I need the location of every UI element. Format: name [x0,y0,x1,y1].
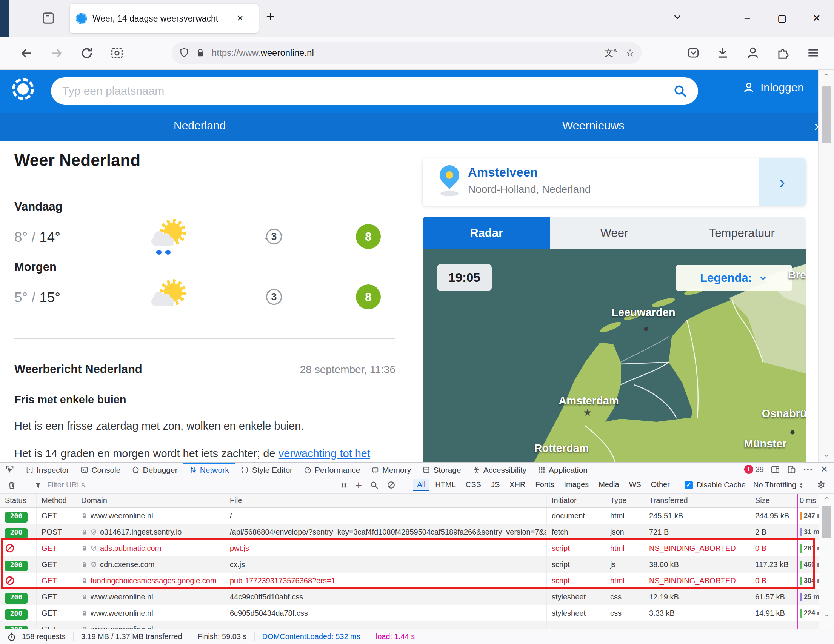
window-close-button[interactable]: ✕ [799,13,834,24]
column-header-method[interactable]: Method [37,494,76,507]
add-request-plus-icon[interactable]: + [356,479,362,492]
location-card[interactable]: Amstelveen Noord-Holland, Nederland › [423,158,806,206]
url-bar[interactable]: https://www.weeronline.nl 文A ☆ [172,42,642,64]
browser-tab[interactable]: Weer, 14 daagse weersverwacht ✕ [70,4,259,33]
type-filter-xhr[interactable]: XHR [505,479,529,491]
devtools-tab-inspector[interactable]: Inspector [20,463,75,476]
column-header-domain[interactable]: Domain [76,494,225,507]
weeronline-logo-sun-icon[interactable] [12,78,34,100]
nav-item-nederland[interactable]: Nederland [174,119,226,132]
column-header-status[interactable]: Status [0,494,37,507]
scroll-down-arrow-icon[interactable]: ⌄ [819,609,834,619]
pocket-icon[interactable] [686,46,701,61]
scroll-up-arrow-icon[interactable]: ⌃ [818,72,834,82]
column-header-file[interactable]: File [225,494,547,507]
filter-urls-input[interactable] [47,480,139,490]
type-filter-ws[interactable]: WS [625,479,645,491]
column-header-transferred[interactable]: Transferred [644,494,750,507]
column-header-0-ms[interactable]: 0 ms [797,494,819,507]
devtools-scrollbar[interactable]: ⌃ ⌄ [819,494,834,628]
page-scrollbar[interactable]: ⌃ ⌄ [818,70,834,462]
network-request-row[interactable]: 200GETwww.weeronline.nl/documenthtml245.… [0,508,819,524]
responsive-design-icon[interactable] [787,465,796,474]
network-request-row[interactable]: 200POSTo314617.ingest.sentry.io/api/5686… [0,524,819,540]
menu-hamburger-icon[interactable] [806,46,821,61]
login-button[interactable]: Inloggen [742,81,804,94]
type-filter-js[interactable]: JS [487,479,504,491]
devtools-tab-accessibility[interactable]: Accessibility [467,463,532,476]
screenshot-extension-icon[interactable] [110,46,124,61]
nav-item-weernieuws[interactable]: Weernieuws [562,119,625,132]
page-scrollbar-thumb[interactable] [821,86,831,143]
column-header-initiator[interactable]: Initiator [547,494,605,507]
radar-map[interactable]: 19:05 Legenda: LeeuwardenAmsterdam★Rotte… [423,249,806,462]
search-icon[interactable] [672,83,688,98]
place-search-input[interactable] [61,84,672,98]
map-tab-temperatuur[interactable]: Temperatuur [678,217,806,249]
devtools-tab-network[interactable]: Network [183,463,235,476]
translate-icon[interactable]: 文A [604,47,617,59]
devtools-close-icon[interactable]: ✕ [820,464,828,475]
location-card-chevron[interactable]: › [758,158,806,206]
error-count-badge[interactable]: !39 [744,465,764,474]
tomorrow-forecast-row[interactable]: 5° / 15° 3 8 [15,279,396,321]
network-table-header[interactable]: StatusMethodDomainFileInitiatorTypeTrans… [0,494,819,508]
reload-button[interactable] [79,46,94,61]
devtools-tab-style-editor[interactable]: Style Editor [235,463,298,476]
network-request-row[interactable]: 200GETwww.weeronline.nl [0,621,819,628]
network-request-row[interactable]: 200GETwww.weeronline.nl6c905d50434da78f.… [0,605,819,621]
type-filter-html[interactable]: HTML [431,479,460,491]
window-minimize-button[interactable]: – [730,13,764,24]
map-tab-weer[interactable]: Weer [550,217,678,249]
forward-button[interactable] [49,46,64,61]
type-filter-all[interactable]: All [413,479,430,491]
lock-icon[interactable] [195,48,206,58]
map-tab-radar[interactable]: Radar [423,217,550,249]
block-requests-icon[interactable] [386,480,396,490]
scroll-up-arrow-icon[interactable]: ⌃ [819,496,834,505]
network-request-row[interactable]: GETads.pubmatic.compwt.jsscripthtmlNS_BI… [0,540,819,557]
split-console-icon[interactable] [771,465,780,474]
place-search[interactable] [51,77,698,105]
search-requests-icon[interactable] [369,480,379,490]
type-filter-css[interactable]: CSS [462,479,485,491]
devtools-scrollbar-thumb[interactable] [822,506,831,538]
column-header-size[interactable]: Size [750,494,797,507]
network-request-row[interactable]: 200GETcdn.cxense.comcx.jsscriptjs38.60 k… [0,557,819,573]
legend-dropdown[interactable]: Legenda: [676,265,792,291]
shield-icon[interactable] [178,47,190,58]
scroll-down-arrow-icon[interactable]: ⌄ [818,449,834,459]
today-forecast-row[interactable]: 8° / 14° 3 8 [15,219,396,260]
devtools-tab-storage[interactable]: Storage [417,463,467,476]
clear-requests-trash-icon[interactable] [7,480,16,490]
network-request-row[interactable]: 200GETwww.weeronline.nl44c99c0ff5d10abf.… [0,589,819,605]
list-tabs-chevron-icon[interactable] [672,11,683,23]
node-picker-icon[interactable] [0,463,19,476]
type-filter-images[interactable]: Images [560,479,593,491]
type-filter-other[interactable]: Other [647,479,674,491]
devtools-tab-memory[interactable]: Memory [366,463,417,476]
type-filter-media[interactable]: Media [594,479,623,491]
tab-close-icon[interactable]: ✕ [237,14,243,23]
window-maximize-button[interactable]: ▢ [764,13,799,24]
devtools-tab-debugger[interactable]: Debugger [126,463,183,476]
firefox-view-icon[interactable] [41,11,56,26]
stopwatch-icon[interactable] [7,632,16,642]
account-icon[interactable] [746,46,761,61]
new-tab-button[interactable]: + [266,8,275,25]
network-request-row[interactable]: GETfundingchoicesmessages.google.compub-… [0,573,819,589]
devtools-tab-performance[interactable]: Performance [298,463,366,476]
back-button[interactable] [19,46,34,61]
network-settings-gear-icon[interactable] [816,480,826,491]
throttling-dropdown[interactable]: No Throttling ▲▼ [753,481,803,489]
meatball-menu-icon[interactable]: ⋯ [803,464,814,475]
devtools-tab-application[interactable]: Application [532,463,593,476]
bookmark-star-icon[interactable]: ☆ [626,47,635,59]
type-filter-fonts[interactable]: Fonts [531,479,559,491]
downloads-icon[interactable] [716,46,731,61]
pause-icon[interactable] [339,481,348,489]
extensions-puzzle-icon[interactable] [776,46,791,61]
devtools-tab-console[interactable]: Console [75,463,126,476]
column-header-type[interactable]: Type [605,494,644,507]
disable-cache-checkbox[interactable]: ✓ Disable Cache [685,481,746,489]
